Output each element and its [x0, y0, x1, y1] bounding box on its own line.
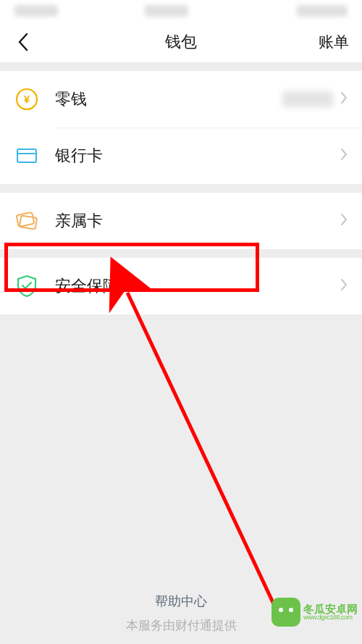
svg-rect-2 — [17, 149, 36, 162]
status-blur-mid — [145, 5, 188, 17]
status-blur-right — [297, 5, 348, 17]
list-item-security[interactable]: 安全保障 — [0, 258, 362, 314]
nav-bar: 钱包 账单 — [0, 22, 362, 62]
page-title: 钱包 — [0, 31, 362, 53]
svg-line-7 — [127, 293, 275, 607]
heart-card-icon — [14, 209, 39, 233]
list-item-cards[interactable]: 银行卡 — [0, 127, 362, 184]
item-label: 安全保障 — [55, 275, 340, 297]
chevron-right-icon — [340, 278, 348, 294]
svg-rect-4 — [17, 212, 35, 227]
status-blur-left — [14, 5, 58, 17]
list-item-balance[interactable]: ¥ 零钱 — [0, 71, 362, 127]
item-label: 零钱 — [55, 88, 282, 110]
chevron-left-icon — [17, 33, 29, 51]
coin-icon: ¥ — [14, 87, 39, 112]
status-bar — [0, 0, 362, 22]
item-label: 亲属卡 — [55, 210, 340, 232]
list-item-family[interactable]: 亲属卡 — [0, 193, 362, 249]
footer: 帮助中心 本服务由财付通提供 — [0, 593, 362, 634]
help-center-link[interactable]: 帮助中心 — [0, 593, 362, 610]
item-label: 银行卡 — [55, 145, 340, 167]
chevron-right-icon — [340, 91, 348, 107]
bills-button[interactable]: 账单 — [319, 32, 349, 52]
footer-note: 本服务由财付通提供 — [126, 619, 237, 632]
balance-value-blurred — [282, 91, 333, 107]
chevron-right-icon — [340, 213, 348, 229]
card-icon — [14, 143, 39, 168]
back-button[interactable] — [13, 32, 33, 52]
chevron-right-icon — [340, 148, 348, 164]
svg-text:¥: ¥ — [24, 93, 30, 105]
shield-icon — [14, 274, 39, 298]
